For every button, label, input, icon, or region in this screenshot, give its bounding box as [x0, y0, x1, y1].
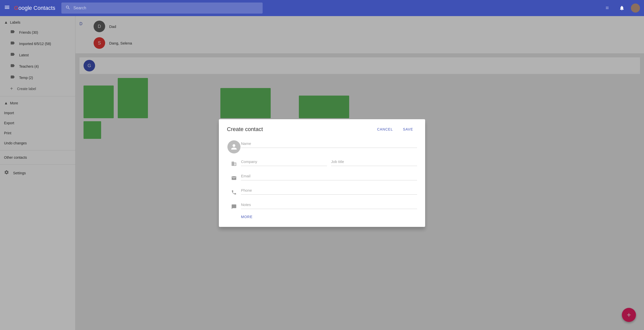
contacts-wordmark: Contacts [33, 5, 55, 11]
email-icon-col [227, 170, 241, 182]
company-icon [231, 161, 237, 168]
email-row [227, 170, 417, 182]
phone-fields [241, 184, 417, 195]
search-input[interactable] [73, 6, 259, 10]
avatar-col [227, 137, 241, 153]
avatar[interactable] [631, 4, 640, 13]
company-row [227, 155, 417, 168]
email-icon [231, 175, 237, 182]
more-link-row: MORE [227, 213, 417, 221]
notes-input[interactable] [241, 198, 417, 209]
search-icon [65, 5, 70, 11]
name-input[interactable] [241, 137, 417, 148]
save-button[interactable]: SAVE [399, 125, 417, 133]
phone-icon [231, 190, 237, 196]
name-row [227, 137, 417, 153]
company-fields [241, 155, 417, 166]
notifications-icon[interactable] [617, 3, 627, 13]
notes-fields [241, 198, 417, 209]
google-wordmark: Google [14, 5, 32, 11]
email-fields [241, 170, 417, 180]
name-fields [241, 137, 417, 148]
header: Google Contacts [0, 0, 644, 16]
dialog-actions: CANCEL SAVE [373, 125, 417, 133]
phone-row [227, 184, 417, 196]
company-icon-col [227, 155, 241, 168]
notes-icon-col [227, 198, 241, 211]
notes-icon [231, 204, 237, 211]
create-contact-dialog: Create contact CANCEL SAVE [219, 119, 425, 227]
more-button[interactable]: MORE [241, 215, 253, 219]
contact-photo-placeholder[interactable] [227, 140, 240, 153]
search-bar[interactable] [61, 3, 263, 14]
dialog-overlay[interactable]: Create contact CANCEL SAVE [0, 16, 644, 330]
phone-icon-col [227, 184, 241, 196]
email-input[interactable] [241, 170, 417, 180]
company-input[interactable] [241, 155, 327, 166]
dialog-form: MORE [219, 137, 425, 227]
cancel-button[interactable]: CANCEL [373, 125, 397, 133]
job-title-input[interactable] [331, 155, 417, 166]
notes-row [227, 198, 417, 211]
apps-icon[interactable] [603, 3, 613, 13]
phone-input[interactable] [241, 184, 417, 195]
app-logo: Google Contacts [14, 5, 55, 11]
menu-icon[interactable] [4, 4, 10, 12]
dialog-header: Create contact CANCEL SAVE [219, 119, 425, 137]
header-right [603, 3, 640, 13]
dialog-title: Create contact [227, 126, 263, 133]
